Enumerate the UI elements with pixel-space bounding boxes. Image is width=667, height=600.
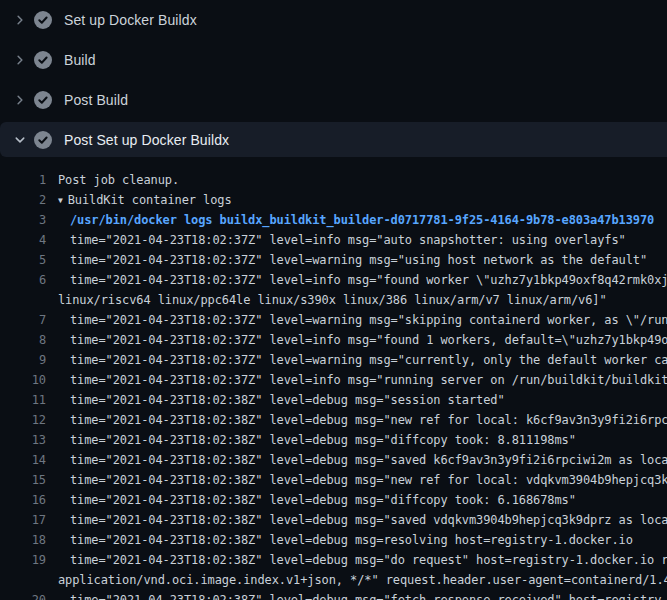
step-row-post-set-up-docker-buildx[interactable]: Post Set up Docker Buildx [0, 122, 667, 157]
step-row-post-build[interactable]: Post Build [0, 80, 667, 120]
chevron-right-icon [12, 12, 28, 28]
check-circle-icon [34, 131, 52, 149]
log-group-toggle[interactable]: ▼BuildKit container logs [58, 193, 232, 207]
step-label: Post Build [64, 92, 128, 108]
log-text: Post job cleanup. [58, 173, 179, 187]
log-text: time="2021-04-23T18:02:38Z" level=debug … [70, 513, 667, 527]
log-text: time="2021-04-23T18:02:38Z" level=debug … [70, 433, 576, 447]
step-row-build[interactable]: Build [0, 40, 667, 80]
line-number[interactable]: 5 [0, 253, 46, 267]
line-number[interactable]: 8 [0, 333, 46, 347]
line-number[interactable]: 2 [0, 193, 46, 207]
line-number[interactable]: 3 [0, 213, 46, 227]
line-number[interactable]: 9 [0, 353, 46, 367]
step-row-set-up-docker-buildx[interactable]: Set up Docker Buildx [0, 0, 667, 40]
log-row: 12time="2021-04-23T18:02:38Z" level=debu… [0, 410, 667, 430]
log-row: 15time="2021-04-23T18:02:38Z" level=debu… [0, 470, 667, 490]
line-number[interactable]: 19 [0, 553, 46, 567]
log-text: time="2021-04-23T18:02:38Z" level=debug … [70, 533, 633, 547]
chevron-down-icon [12, 132, 28, 148]
line-number[interactable]: 11 [0, 393, 46, 407]
log-row: 18time="2021-04-23T18:02:38Z" level=debu… [0, 530, 667, 550]
log-row: 19time="2021-04-23T18:02:38Z" level=debu… [0, 550, 667, 570]
line-number[interactable]: 16 [0, 493, 46, 507]
chevron-right-icon [12, 52, 28, 68]
log-text: time="2021-04-23T18:02:37Z" level=info m… [70, 333, 667, 347]
log-text: time="2021-04-23T18:02:38Z" level=debug … [70, 473, 667, 487]
chevron-right-icon [12, 92, 28, 108]
log-row: 8time="2021-04-23T18:02:37Z" level=info … [0, 330, 667, 350]
line-number[interactable]: 15 [0, 473, 46, 487]
log-text: time="2021-04-23T18:02:37Z" level=warnin… [70, 313, 667, 327]
log-text: time="2021-04-23T18:02:38Z" level=debug … [70, 553, 667, 567]
step-label: Post Set up Docker Buildx [64, 132, 229, 148]
log-text: time="2021-04-23T18:02:38Z" level=debug … [70, 453, 667, 467]
log-row: 17time="2021-04-23T18:02:38Z" level=debu… [0, 510, 667, 530]
log-row: 7time="2021-04-23T18:02:37Z" level=warni… [0, 310, 667, 330]
log-text: time="2021-04-23T18:02:38Z" level=debug … [70, 393, 505, 407]
step-label: Build [64, 52, 96, 68]
line-number[interactable]: 4 [0, 233, 46, 247]
log-text: time="2021-04-23T18:02:37Z" level=info m… [70, 233, 626, 247]
command-text: /usr/bin/docker logs buildx_buildkit_bui… [70, 213, 654, 227]
check-circle-icon [34, 51, 52, 69]
workflow-steps-list: Set up Docker BuildxBuildPost BuildPost … [0, 0, 667, 157]
check-circle-icon [34, 91, 52, 109]
log-row: 2▼BuildKit container logs [0, 190, 667, 210]
log-text: linux/riscv64 linux/ppc64le linux/s390x … [58, 293, 607, 307]
log-row: 4time="2021-04-23T18:02:37Z" level=info … [0, 230, 667, 250]
check-circle-icon [34, 11, 52, 29]
line-number[interactable]: 1 [0, 173, 46, 187]
log-row: 16time="2021-04-23T18:02:38Z" level=debu… [0, 490, 667, 510]
step-label: Set up Docker Buildx [64, 12, 197, 28]
triangle-down-icon: ▼ [58, 195, 63, 204]
log-text: time="2021-04-23T18:02:38Z" level=debug … [70, 593, 667, 600]
log-row: 1Post job cleanup. [0, 170, 667, 190]
log-text: time="2021-04-23T18:02:37Z" level=warnin… [70, 353, 667, 367]
log-text: application/vnd.oci.image.index.v1+json,… [58, 573, 667, 587]
log-row: 9time="2021-04-23T18:02:37Z" level=warni… [0, 350, 667, 370]
line-number[interactable]: 7 [0, 313, 46, 327]
line-number[interactable]: 20 [0, 593, 46, 600]
log-group-title: BuildKit container logs [68, 193, 232, 207]
line-number[interactable]: 13 [0, 433, 46, 447]
log-row: 10time="2021-04-23T18:02:37Z" level=info… [0, 370, 667, 390]
log-text: time="2021-04-23T18:02:37Z" level=warnin… [70, 253, 647, 267]
log-row: 5time="2021-04-23T18:02:37Z" level=warni… [0, 250, 667, 270]
line-number[interactable]: 18 [0, 533, 46, 547]
log-row: 6time="2021-04-23T18:02:37Z" level=info … [0, 270, 667, 290]
log-row: 14time="2021-04-23T18:02:38Z" level=debu… [0, 450, 667, 470]
log-text: time="2021-04-23T18:02:38Z" level=debug … [70, 413, 667, 427]
log-row-continuation: linux/riscv64 linux/ppc64le linux/s390x … [0, 290, 667, 310]
log-container: 1Post job cleanup.2▼BuildKit container l… [0, 170, 667, 600]
log-text: time="2021-04-23T18:02:38Z" level=debug … [70, 493, 576, 507]
line-number[interactable]: 14 [0, 453, 46, 467]
line-number[interactable]: 6 [0, 273, 46, 287]
log-row: 3/usr/bin/docker logs buildx_buildkit_bu… [0, 210, 667, 230]
log-text: time="2021-04-23T18:02:37Z" level=info m… [70, 373, 667, 387]
log-row: 13time="2021-04-23T18:02:38Z" level=debu… [0, 430, 667, 450]
log-row: 20time="2021-04-23T18:02:38Z" level=debu… [0, 590, 667, 600]
line-number[interactable]: 12 [0, 413, 46, 427]
line-number[interactable]: 17 [0, 513, 46, 527]
log-row-continuation: application/vnd.oci.image.index.v1+json,… [0, 570, 667, 590]
line-number[interactable]: 10 [0, 373, 46, 387]
log-text: time="2021-04-23T18:02:37Z" level=info m… [70, 273, 667, 287]
log-row: 11time="2021-04-23T18:02:38Z" level=debu… [0, 390, 667, 410]
